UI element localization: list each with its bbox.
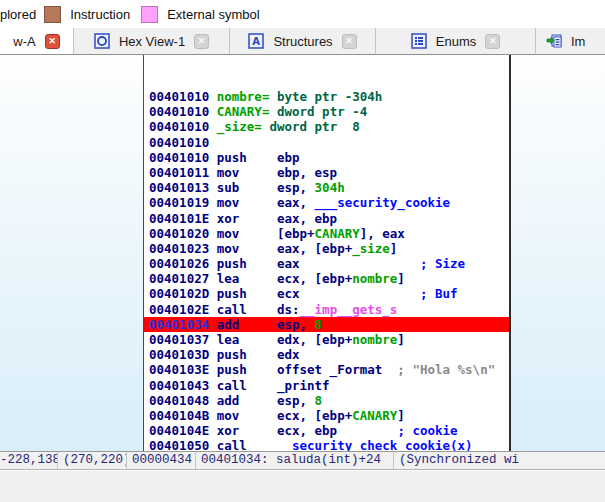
- asm-segment: mov [ebp+: [217, 226, 315, 241]
- asm-line[interactable]: 00401010: [144, 135, 509, 150]
- asm-segment: 0040104E: [149, 423, 217, 438]
- asm-segment: [300, 256, 420, 271]
- tab-w-a[interactable]: w-A✕: [0, 28, 74, 54]
- tab-hex-view-1[interactable]: Hex View-1✕: [74, 28, 230, 54]
- asm-line[interactable]: 00401023 mov eax, [ebp+_size]: [144, 241, 509, 256]
- asm-line[interactable]: 0040102E call ds:__imp__gets_s: [144, 302, 509, 317]
- asm-line[interactable]: 00401043 call _printf: [144, 378, 509, 393]
- asm-segment: 00401013: [149, 180, 217, 195]
- asm-line[interactable]: 00401050 call __security_check_cookie(x): [144, 438, 509, 451]
- tab-label: Structures: [273, 34, 332, 49]
- asm-segment: __imp__gets_s: [300, 302, 398, 317]
- asm-line[interactable]: 00401010 _size= dword ptr 8: [144, 119, 509, 134]
- asm-segment: call ds:: [217, 302, 300, 317]
- close-icon[interactable]: ✕: [342, 34, 357, 49]
- asm-segment: CANARY: [352, 408, 397, 423]
- legend-color-swatch: [141, 6, 158, 23]
- tab-label: Enums: [436, 34, 476, 49]
- asm-segment: 0040102D: [149, 286, 217, 301]
- asm-line[interactable]: 0040104E xor ecx, ebp ; cookie: [144, 423, 509, 438]
- asm-segment: ; "Hola %s\n": [397, 362, 495, 377]
- asm-segment: _size=: [217, 119, 270, 134]
- tab-label: Hex View-1: [119, 34, 185, 49]
- asm-segment: ]: [390, 241, 398, 256]
- asm-line[interactable]: 00401020 mov [ebp+CANARY], eax: [144, 226, 509, 241]
- asm-segment: 8: [315, 317, 323, 332]
- status-bar: -228,138)(270,220)0000043400401034: salu…: [0, 451, 605, 469]
- legend-bar: plored InstructionExternal symbol: [0, 0, 605, 28]
- asm-segment: ; Size: [420, 256, 465, 271]
- asm-line[interactable]: 00401010 nombre= byte ptr -304h: [144, 89, 509, 104]
- asm-segment: mov eax, [ebp+: [217, 241, 352, 256]
- asm-line[interactable]: 00401037 lea edx, [ebp+nombre]: [144, 332, 509, 347]
- asm-segment: 00401026: [149, 256, 217, 271]
- asm-segment: byte ptr -304h: [277, 89, 382, 104]
- asm-segment: sub esp,: [217, 180, 315, 195]
- asm-segment: ; cookie: [397, 423, 457, 438]
- asm-line[interactable]: 00401010 push ebp: [144, 150, 509, 165]
- asm-segment: nombre=: [217, 89, 277, 104]
- asm-segment: ]: [397, 408, 405, 423]
- asm-segment: 00401010: [149, 104, 217, 119]
- tab-structures[interactable]: AStructures✕: [230, 28, 376, 54]
- asm-segment: ]: [397, 332, 405, 347]
- legend-item: External symbol: [141, 6, 259, 23]
- close-icon[interactable]: ✕: [485, 34, 500, 49]
- legend-truncated-label: plored: [0, 7, 36, 22]
- asm-segment: 00401027: [149, 271, 217, 286]
- legend-item: Instruction: [44, 6, 130, 23]
- asm-segment: 0040103D: [149, 347, 217, 362]
- asm-segment: push edx: [217, 347, 300, 362]
- asm-segment: CANARY: [315, 226, 360, 241]
- status-cell: 00401034: saluda(int)+24: [196, 452, 394, 469]
- asm-segment: ], eax: [360, 226, 405, 241]
- status-cell: 00000434: [127, 452, 196, 469]
- asm-segment: 00401019: [149, 195, 217, 210]
- asm-segment: add esp,: [217, 393, 315, 408]
- asm-segment: _size: [352, 241, 390, 256]
- asm-segment: 0040101E: [149, 211, 217, 226]
- asm-line[interactable]: 00401027 lea ecx, [ebp+nombre]: [144, 271, 509, 286]
- legend-item-label: External symbol: [167, 7, 259, 22]
- asm-line[interactable]: 00401010 CANARY= dword ptr -4: [144, 104, 509, 119]
- asm-line[interactable]: 0040101E xor eax, ebp: [144, 211, 509, 226]
- legend-item-label: Instruction: [70, 7, 130, 22]
- tab-enums[interactable]: Enums✕: [376, 28, 536, 54]
- asm-segment: 00401010: [149, 119, 217, 134]
- asm-segment: push eax: [217, 256, 300, 271]
- close-icon[interactable]: ✕: [194, 34, 209, 49]
- asm-segment: push offset _Format: [217, 362, 398, 377]
- asm-segment: 0040104B: [149, 408, 217, 423]
- structures-icon: A: [248, 33, 264, 49]
- asm-segment: dword ptr -4: [277, 104, 367, 119]
- asm-segment: 0040103E: [149, 362, 217, 377]
- asm-segment: mov ecx, [ebp+: [217, 408, 352, 423]
- asm-line[interactable]: 00401019 mov eax, ___security_cookie: [144, 195, 509, 210]
- asm-segment: 00401043: [149, 378, 217, 393]
- legend-color-swatch: [44, 6, 61, 23]
- asm-line-highlighted[interactable]: 00401034 add esp, 8: [144, 317, 509, 332]
- asm-segment: 00401023: [149, 241, 217, 256]
- asm-line[interactable]: 00401026 push eax ; Size: [144, 256, 509, 271]
- asm-segment: __security_check_cookie(x): [277, 438, 473, 451]
- asm-line[interactable]: 00401013 sub esp, 304h: [144, 180, 509, 195]
- enums-icon: [411, 33, 427, 49]
- asm-segment: xor eax, ebp: [217, 211, 337, 226]
- asm-segment: 00401037: [149, 332, 217, 347]
- tab-bar: w-A✕Hex View-1✕AStructures✕Enums✕Im: [0, 28, 605, 55]
- asm-line[interactable]: 0040103D push edx: [144, 347, 509, 362]
- asm-line[interactable]: 00401048 add esp, 8: [144, 393, 509, 408]
- tab-label: w-A: [13, 34, 35, 49]
- asm-line[interactable]: 0040104B mov ecx, [ebp+CANARY]: [144, 408, 509, 423]
- asm-line[interactable]: 00401011 mov ebp, esp: [144, 165, 509, 180]
- bottom-strip: [0, 469, 605, 502]
- asm-segment: 00401034: [149, 317, 217, 332]
- disassembly-panel[interactable]: 00401010 nombre= byte ptr -304h00401010 …: [143, 55, 511, 451]
- tab-im[interactable]: Im: [536, 28, 605, 54]
- asm-segment: 8: [315, 393, 323, 408]
- main-area: 00401010 nombre= byte ptr -304h00401010 …: [0, 55, 605, 451]
- close-icon[interactable]: ✕: [45, 34, 60, 49]
- imports-icon: [546, 33, 562, 49]
- asm-line[interactable]: 0040103E push offset _Format ; "Hola %s\…: [144, 362, 509, 377]
- asm-line[interactable]: 0040102D push ecx ; Buf: [144, 286, 509, 301]
